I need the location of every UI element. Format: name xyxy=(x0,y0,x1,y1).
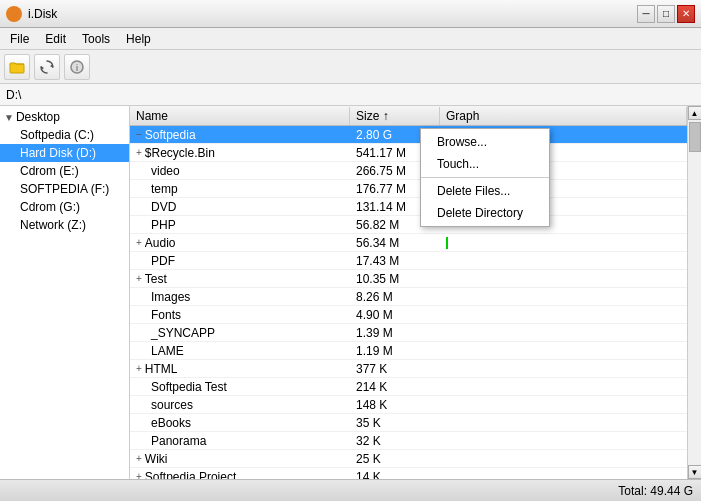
app-icon xyxy=(6,6,22,22)
file-list: − Softpedia 2.80 G + $Recycle.Bin 541.17… xyxy=(130,126,687,479)
file-size-panorama: 32 K xyxy=(350,433,440,449)
svg-text:i: i xyxy=(76,63,78,73)
col-graph-label: Graph xyxy=(446,109,479,123)
vertical-scrollbar[interactable]: ▲ ▼ xyxy=(687,106,701,479)
sidebar-item-cdrom-g[interactable]: Cdrom (G:) xyxy=(0,198,129,216)
col-size-label: Size ↑ xyxy=(356,109,389,123)
file-size-fonts: 4.90 M xyxy=(350,307,440,323)
open-button[interactable] xyxy=(4,54,30,80)
file-graph-panorama xyxy=(440,440,687,442)
file-graph-softpedia-project xyxy=(440,476,687,478)
table-row[interactable]: + HTML 377 K xyxy=(130,360,687,378)
file-name-recyclebin: + $Recycle.Bin xyxy=(130,145,350,161)
info-icon: i xyxy=(69,59,85,75)
ctx-delete-files[interactable]: Delete Files... xyxy=(421,180,549,202)
ctx-delete-directory[interactable]: Delete Directory xyxy=(421,202,549,224)
svg-rect-0 xyxy=(10,64,24,73)
file-graph-syncapp xyxy=(440,332,687,334)
col-header-size[interactable]: Size ↑ xyxy=(350,107,440,125)
file-size-pdf: 17.43 M xyxy=(350,253,440,269)
col-name-label: Name xyxy=(136,109,168,123)
table-row[interactable]: _SYNCAPP 1.39 M xyxy=(130,324,687,342)
table-row[interactable]: temp 176.77 M xyxy=(130,180,687,198)
sidebar-item-softpedia-f[interactable]: SOFTPEDIA (F:) xyxy=(0,180,129,198)
refresh-button[interactable] xyxy=(34,54,60,80)
file-name-test: + Test xyxy=(130,271,350,287)
file-size-softpedia-test: 214 K xyxy=(350,379,440,395)
context-menu-separator xyxy=(421,177,549,178)
sidebar-toggle[interactable]: ▼ xyxy=(4,112,14,123)
scroll-down-button[interactable]: ▼ xyxy=(688,465,702,479)
col-header-name[interactable]: Name xyxy=(130,107,350,125)
file-name-wiki: + Wiki xyxy=(130,451,350,467)
file-list-container: Name Size ↑ Graph − Softpedia 2.80 G xyxy=(130,106,687,479)
file-name-audio: + Audio xyxy=(130,235,350,251)
menu-help[interactable]: Help xyxy=(120,30,157,48)
menu-edit[interactable]: Edit xyxy=(39,30,72,48)
file-size-html: 377 K xyxy=(350,361,440,377)
scroll-thumb[interactable] xyxy=(689,122,701,152)
sidebar-item-cdrom-e[interactable]: Cdrom (E:) xyxy=(0,162,129,180)
info-button[interactable]: i xyxy=(64,54,90,80)
table-row[interactable]: Images 8.26 M xyxy=(130,288,687,306)
file-graph-audio xyxy=(440,236,687,250)
file-size-wiki: 25 K xyxy=(350,451,440,467)
refresh-icon xyxy=(39,59,55,75)
scroll-up-button[interactable]: ▲ xyxy=(688,106,702,120)
table-row[interactable]: LAME 1.19 M xyxy=(130,342,687,360)
table-row[interactable]: PDF 17.43 M xyxy=(130,252,687,270)
file-name-syncapp: _SYNCAPP xyxy=(130,325,350,341)
file-list-header: Name Size ↑ Graph xyxy=(130,106,687,126)
table-row[interactable]: Panorama 32 K xyxy=(130,432,687,450)
table-row[interactable]: Fonts 4.90 M xyxy=(130,306,687,324)
file-size-images: 8.26 M xyxy=(350,289,440,305)
close-button[interactable]: ✕ xyxy=(677,5,695,23)
table-row[interactable]: PHP 56.82 M xyxy=(130,216,687,234)
file-graph-ebooks xyxy=(440,422,687,424)
svg-marker-2 xyxy=(41,66,44,70)
expand-icon: + xyxy=(136,147,142,158)
file-name-softpedia: − Softpedia xyxy=(130,127,350,143)
file-graph-lame xyxy=(440,350,687,352)
table-row[interactable]: sources 148 K xyxy=(130,396,687,414)
file-graph-wiki xyxy=(440,458,687,460)
table-row[interactable]: Softpedia Test 214 K xyxy=(130,378,687,396)
table-row[interactable]: video 266.75 M xyxy=(130,162,687,180)
expand-icon: + xyxy=(136,453,142,464)
file-name-pdf: PDF xyxy=(130,253,350,269)
file-size-syncapp: 1.39 M xyxy=(350,325,440,341)
table-row[interactable]: + Wiki 25 K xyxy=(130,450,687,468)
expand-icon: + xyxy=(136,363,142,374)
table-row[interactable]: DVD 131.14 M xyxy=(130,198,687,216)
file-name-panorama: Panorama xyxy=(130,433,350,449)
ctx-browse[interactable]: Browse... xyxy=(421,131,549,153)
menu-file[interactable]: File xyxy=(4,30,35,48)
sidebar-item-harddisk-d[interactable]: Hard Disk (D:) xyxy=(0,144,129,162)
expand-icon: + xyxy=(136,471,142,479)
minimize-button[interactable]: ─ xyxy=(637,5,655,23)
current-path: D:\ xyxy=(6,88,21,102)
file-size-ebooks: 35 K xyxy=(350,415,440,431)
sidebar: ▼ Desktop Softpedia (C:) Hard Disk (D:) … xyxy=(0,106,130,479)
file-name-lame: LAME xyxy=(130,343,350,359)
file-name-softpedia-project: + Softpedia Project xyxy=(130,469,350,480)
ctx-touch[interactable]: Touch... xyxy=(421,153,549,175)
table-row[interactable]: + Audio 56.34 M xyxy=(130,234,687,252)
sidebar-item-network-z[interactable]: Network (Z:) xyxy=(0,216,129,234)
total-label: Total: 49.44 G xyxy=(618,484,693,498)
file-size-softpedia-project: 14 K xyxy=(350,469,440,480)
file-graph-softpedia-test xyxy=(440,386,687,388)
col-header-graph[interactable]: Graph xyxy=(440,107,687,125)
table-row[interactable]: + $Recycle.Bin 541.17 M xyxy=(130,144,687,162)
table-row[interactable]: + Test 10.35 M xyxy=(130,270,687,288)
menu-tools[interactable]: Tools xyxy=(76,30,116,48)
table-row[interactable]: − Softpedia 2.80 G xyxy=(130,126,687,144)
maximize-button[interactable]: □ xyxy=(657,5,675,23)
file-name-dvd: DVD xyxy=(130,199,350,215)
window-title: i.Disk xyxy=(28,7,57,21)
table-row[interactable]: + Softpedia Project 14 K xyxy=(130,468,687,479)
sidebar-item-softpedia-c[interactable]: Softpedia (C:) xyxy=(0,126,129,144)
context-menu: Browse... Touch... Delete Files... Delet… xyxy=(420,128,550,227)
file-size-sources: 148 K xyxy=(350,397,440,413)
table-row[interactable]: eBooks 35 K xyxy=(130,414,687,432)
